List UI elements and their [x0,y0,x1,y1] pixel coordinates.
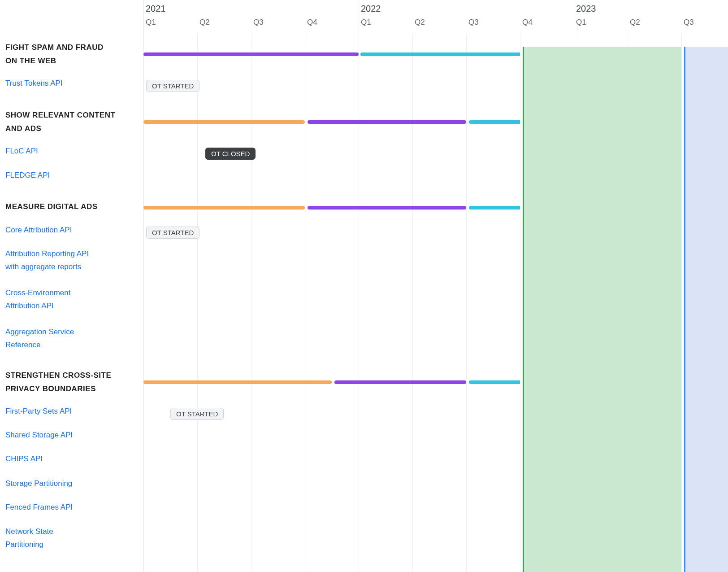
status-badge: OT CLOSED [205,148,256,160]
quarter-gridline [197,34,198,572]
api-link[interactable]: First-Party Sets API [5,407,72,416]
year-label: 2022 [361,4,381,14]
api-link[interactable]: CHIPS API [5,454,43,463]
status-badge: OT STARTED [146,227,199,239]
phase-zone [684,47,728,572]
api-link[interactable]: Core Attribution API [5,226,72,235]
quarter-label: Q1 [361,18,371,27]
timeline-bar [334,380,466,384]
section-heading: AND ADS [5,124,41,133]
quarter-label: Q3 [684,18,694,27]
api-link: Partitioning [5,540,43,549]
status-badge: OT STARTED [146,80,199,92]
quarter-label: Q1 [146,18,156,27]
quarter-label: Q1 [576,18,586,27]
quarter-label: Q2 [630,18,640,27]
quarter-gridline [466,34,467,572]
timeline-bar [308,206,466,210]
quarter-label: Q2 [199,18,210,27]
timeline-bar [143,206,305,210]
api-link: with aggregate reports [5,262,81,271]
api-link[interactable]: Attribution Reporting API [5,249,89,258]
api-link[interactable]: Cross-Environment [5,288,71,297]
quarter-label: Q4 [307,18,317,27]
section-heading: STRENGTHEN CROSS-SITE [5,371,111,380]
api-link[interactable]: FLoC API [5,147,38,156]
year-label: 2023 [576,4,596,14]
timeline-bar [308,120,466,124]
timeline-bar [143,120,305,124]
quarter-gridline [251,34,251,572]
year-gridline [359,0,359,572]
status-badge: OT STARTED [170,408,224,420]
timeline-bar [469,380,520,384]
api-link[interactable]: Trust Tokens API [5,79,63,88]
section-heading: ON THE WEB [5,57,56,65]
api-link: Reference [5,341,40,349]
section-heading: FIGHT SPAM AND FRAUD [5,43,104,52]
api-link[interactable]: Fenced Frames API [5,503,73,512]
timeline-bar [143,380,332,384]
api-link[interactable]: FLEDGE API [5,171,50,180]
quarter-gridline [681,34,682,572]
quarter-label: Q3 [468,18,479,27]
api-link[interactable]: Aggregation Service [5,327,74,336]
api-link[interactable]: Shared Storage API [5,431,73,440]
section-heading: PRIVACY BOUNDARIES [5,384,96,393]
section-heading: MEASURE DIGITAL ADS [5,202,98,211]
section-heading: SHOW RELEVANT CONTENT [5,111,115,120]
year-label: 2021 [146,4,166,14]
timeline-bar [143,52,359,56]
api-link[interactable]: Network State [5,527,53,536]
timeline-bar [469,120,520,124]
quarter-gridline [305,34,305,572]
year-gridline [143,0,144,572]
timeline-bar [360,52,520,56]
phase-zone [523,47,681,572]
quarter-gridline [520,34,520,572]
quarter-gridline [412,34,413,572]
quarter-label: Q3 [253,18,264,27]
api-link[interactable]: Storage Partitioning [5,479,72,488]
api-link: Attribution API [5,301,54,310]
timeline-bar [469,206,520,210]
quarter-label: Q4 [522,18,533,27]
quarter-label: Q2 [415,18,425,27]
